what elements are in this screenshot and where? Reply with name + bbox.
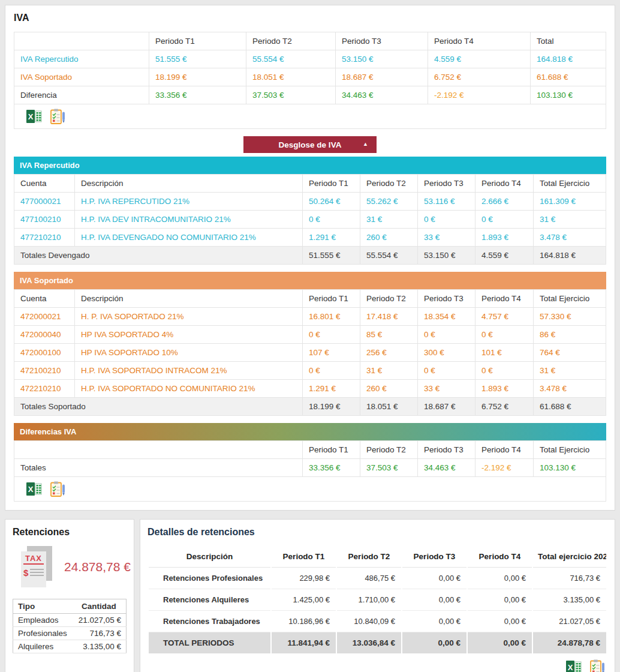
summary-row-iva-repercutido: IVA Repercutido 51.555 € 55.554 € 53.150…	[14, 50, 606, 68]
value-cell: 0 €	[418, 326, 475, 344]
row-label: Alquileres	[13, 640, 72, 653]
table-row: Profesionales 716,73 €	[13, 627, 127, 640]
section-header-iva-soportado: IVA Soportado	[14, 272, 606, 289]
col-header: Periodo T3	[418, 175, 475, 193]
table-row: Retenciones Profesionales 229,98 € 486,7…	[149, 568, 606, 589]
row-label: Totales Soportado	[14, 398, 303, 416]
row-label: IVA Soportado	[14, 68, 149, 86]
col-header: Periodo T2	[246, 32, 336, 50]
account-number[interactable]: 477100210	[14, 211, 75, 229]
col-header: Periodo T2	[360, 175, 418, 193]
account-number[interactable]: 472000100	[14, 344, 75, 362]
account-description: H.P. IVA SOPORTADO NO COMUNITARIO 21%	[75, 380, 303, 398]
value-cell: 51.555 €	[149, 50, 246, 68]
account-number[interactable]: 477210210	[14, 229, 75, 247]
value-cell: 10.186,96 €	[272, 611, 336, 632]
svg-text:X: X	[28, 112, 34, 121]
value-cell: 300 €	[418, 344, 475, 362]
value-cell: 11.841,94 €	[272, 632, 336, 653]
report-export-icon[interactable]	[50, 109, 65, 124]
col-header: Periodo T4	[475, 175, 534, 193]
col-header: Cuenta	[14, 290, 75, 308]
value-cell: 0 €	[303, 211, 360, 229]
detail-header-row: Periodo T1 Periodo T2 Periodo T3 Periodo…	[14, 441, 606, 459]
col-header: Periodo T2	[337, 546, 401, 568]
value-cell: 31 €	[534, 211, 606, 229]
summary-row-iva-soportado: IVA Soportado 18.199 € 18.051 € 18.687 €…	[14, 68, 606, 86]
account-description: H. P. IVA SOPORTADO 21%	[75, 308, 303, 326]
value-cell: 3.135,00 €	[72, 640, 127, 653]
value-cell: 17.418 €	[360, 308, 418, 326]
col-header: Periodo T3	[418, 290, 475, 308]
excel-export-icon[interactable]: X	[26, 482, 42, 496]
value-cell: 55.554 €	[360, 247, 418, 265]
dollar-icon: $	[23, 568, 28, 578]
account-number[interactable]: 477000021	[14, 193, 75, 211]
value-cell: 103.130 €	[534, 459, 606, 477]
value-cell: 31 €	[534, 362, 606, 380]
value-cell: 31 €	[360, 211, 418, 229]
totals-row: Totales Devengado 51.555 € 55.554 € 53.1…	[14, 247, 606, 265]
value-cell: 13.036,84 €	[337, 632, 401, 653]
value-cell: 0 €	[418, 211, 475, 229]
value-cell: 716,73 €	[72, 627, 127, 640]
row-label: IVA Repercutido	[14, 50, 149, 68]
col-header: Total Ejercicio	[534, 441, 606, 459]
account-number[interactable]: 472000021	[14, 308, 75, 326]
value-cell: 6.752 €	[475, 398, 534, 416]
value-cell: 61.688 €	[531, 68, 606, 86]
value-cell: 101 €	[475, 344, 534, 362]
value-cell: 18.051 €	[360, 398, 418, 416]
retenciones-card: Retenciones TAX $ 24.878,78 € Tipo Canti…	[5, 519, 134, 672]
report-export-icon[interactable]	[50, 481, 65, 497]
detalles-retenciones-title: Detalles de retenciones	[148, 527, 607, 538]
value-cell: 3.135,00 €	[533, 589, 606, 611]
value-cell: 0 €	[475, 211, 534, 229]
totals-row: TOTAL PERIODOS 11.841,94 € 13.036,84 € 0…	[149, 632, 606, 653]
value-cell: 53.150 €	[336, 50, 428, 68]
col-header: Periodo T1	[149, 32, 246, 50]
col-header: Periodo T4	[468, 546, 532, 568]
desglose-iva-button[interactable]: Desglose de IVA ▲	[243, 136, 377, 153]
value-cell: 0,00 €	[468, 611, 532, 632]
account-description: H.P. IVA SOPORTADO INTRACOM 21%	[75, 362, 303, 380]
value-cell: 21.027,05 €	[533, 611, 606, 632]
value-cell: 18.687 €	[336, 68, 428, 86]
col-header: Periodo T1	[303, 290, 360, 308]
table-row: Empleados 21.027,05 €	[13, 614, 127, 627]
value-cell: 33.356 €	[149, 86, 246, 104]
value-cell: 0,00 €	[468, 632, 532, 653]
excel-export-icon[interactable]: X	[566, 660, 582, 672]
value-cell: 716,73 €	[533, 568, 606, 589]
account-description: HP IVA SOPORTADO 4%	[75, 326, 303, 344]
col-header: Descripción	[75, 290, 303, 308]
account-number[interactable]: 472210210	[14, 380, 75, 398]
row-label: Retenciones Trabajadores	[149, 611, 270, 632]
retenciones-title: Retenciones	[13, 527, 127, 538]
value-cell: 164.818 €	[534, 247, 606, 265]
detalles-header-row: Descripción Periodo T1 Periodo T2 Period…	[149, 546, 606, 568]
value-cell: 6.752 €	[428, 68, 531, 86]
value-cell: 0 €	[303, 326, 360, 344]
summary-export-row: X	[14, 104, 606, 129]
value-cell: 37.503 €	[246, 86, 336, 104]
account-description: H.P. IVA DEVENGADO NO COMUNITARIO 21%	[75, 229, 303, 247]
account-number[interactable]: 472100210	[14, 362, 75, 380]
row-label: Totales	[14, 459, 303, 477]
value-cell: 57.330 €	[534, 308, 606, 326]
excel-export-icon[interactable]: X	[26, 109, 42, 124]
col-header: Total Ejercicio	[534, 290, 606, 308]
section-header-iva-repercutido: IVA Repercutido	[14, 157, 606, 174]
value-cell: 53.150 €	[418, 247, 475, 265]
desglose-iva-label: Desglose de IVA	[279, 140, 342, 149]
account-number[interactable]: 472000040	[14, 326, 75, 344]
detalles-retenciones-table: Descripción Periodo T1 Periodo T2 Period…	[148, 546, 607, 653]
report-export-icon[interactable]	[590, 659, 605, 672]
row-label: Diferencia	[14, 86, 149, 104]
value-cell: 1.425,00 €	[272, 589, 336, 611]
value-cell: 18.199 €	[149, 68, 246, 86]
row-label: Profesionales	[13, 627, 72, 640]
chevron-up-icon: ▲	[363, 141, 368, 147]
value-cell: 260 €	[360, 229, 418, 247]
value-cell: 161.309 €	[534, 193, 606, 211]
